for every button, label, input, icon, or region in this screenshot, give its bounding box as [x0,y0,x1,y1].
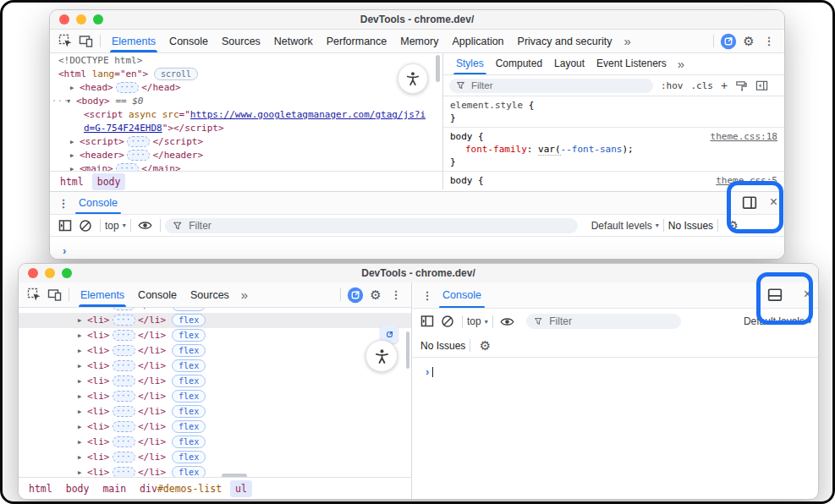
close-panel-icon[interactable]: × [804,288,811,301]
style-rule-body-5[interactable]: theme.css:5 body { [443,172,784,189]
inline-expand-button[interactable]: ··· [113,406,135,417]
accessibility-overlay-button[interactable] [365,340,398,372]
more-options-kebab-icon[interactable]: ⋮ [386,285,406,305]
toggle-sidebar-panel-icon[interactable] [755,79,768,92]
drawer-tab-console[interactable]: Console [74,192,123,214]
dom-node-li[interactable]: ▶<li>···</li>flex [19,343,411,359]
inspect-element-icon[interactable] [55,31,75,52]
issues-counter[interactable]: No Issues [420,340,465,352]
inspect-element-icon[interactable] [24,285,44,305]
tab-application[interactable]: Application [445,30,510,52]
breadcrumb-main[interactable]: main [97,480,131,497]
expand-arrow-icon[interactable]: ▶ [78,419,87,435]
flex-badge[interactable]: flex [172,344,206,357]
expand-arrow-icon[interactable]: ▶ [70,81,80,95]
dom-node-doctype[interactable]: <!DOCTYPE html> [50,54,442,68]
live-expression-eye-icon[interactable] [497,311,518,331]
dom-node-li[interactable]: ▶<li>···</li>flex [19,374,411,389]
dom-node-li[interactable]: ▶<li>···</li>flex [19,389,411,404]
flex-badge[interactable]: flex [172,359,206,372]
inline-expand-button[interactable]: ··· [127,136,150,147]
dom-node-html[interactable]: <html lang="en">scroll [50,68,442,81]
tab-event-listeners[interactable]: Event Listeners [591,52,673,74]
dom-node-li[interactable]: ▶<li>···</li>flex [19,435,411,450]
log-levels-selector[interactable]: Default levels▾ [591,220,659,232]
inline-expand-button[interactable]: ··· [113,391,135,402]
toggle-element-state-button[interactable]: :hov [661,80,684,91]
zoom-window-button[interactable] [93,14,103,25]
expand-arrow-icon[interactable]: ▶ [78,313,87,328]
inline-expand-button[interactable]: ··· [116,82,139,93]
console-prompt-row[interactable]: › [412,358,818,378]
flex-badge[interactable]: flex [172,420,206,433]
flex-badge[interactable]: flex [172,451,206,463]
flex-badge[interactable]: flex [172,466,206,477]
minimize-window-button[interactable] [45,268,55,278]
tab-performance[interactable]: Performance [320,30,394,52]
inline-expand-button[interactable]: ··· [113,360,135,371]
clear-console-icon[interactable] [437,311,458,331]
tab-network[interactable]: Network [267,30,320,52]
device-toolbar-icon[interactable] [44,285,64,305]
dom-node-script-gtag[interactable]: <script async src="https://www.googletag… [50,108,442,122]
pane-divider[interactable] [442,52,443,189]
inline-expand-button[interactable]: ··· [113,436,135,447]
gtag-url-link[interactable]: d=G-754F24EHD8 [84,123,162,134]
context-selector[interactable]: top▾ [105,220,126,232]
breadcrumb-div-demos-list[interactable]: div#demos-list [135,480,227,497]
inline-expand-button[interactable]: ··· [113,330,135,341]
settings-gear-icon[interactable]: ⚙ [365,285,386,305]
dom-node-header[interactable]: ▶<header>···</header> [50,149,442,162]
style-rule-body-18[interactable]: theme.css:18 body { font-family: var(--f… [443,128,784,172]
console-sidebar-icon[interactable] [55,216,75,236]
console-prompt-row[interactable]: › [50,237,784,258]
dom-node-li[interactable]: ▶<li>···</li>flex [19,313,411,328]
tab-sources[interactable]: Sources [215,30,267,52]
dom-node-li[interactable]: ▶<li>···</li>flex [19,359,411,374]
dom-tree-scrollbar[interactable] [406,331,409,369]
element-classes-button[interactable]: .cls [691,80,714,91]
inline-expand-button[interactable]: ··· [116,163,139,171]
live-expression-eye-icon[interactable] [135,216,156,236]
titlebar[interactable]: DevTools - chrome.dev/ [19,264,818,283]
inline-expand-button[interactable]: ··· [127,150,150,161]
tab-computed[interactable]: Computed [490,52,548,74]
flex-badge[interactable]: flex [172,390,206,403]
close-drawer-icon[interactable]: × [770,195,777,209]
console-filter-pill[interactable] [526,314,681,329]
node-actions-dots[interactable]: ··· [52,95,69,108]
stylesheet-link[interactable]: theme.css:18 [711,130,777,143]
dom-node-li[interactable]: ▶<li>···</li>flex [19,450,411,465]
flex-badge[interactable]: flex [172,436,206,448]
expand-arrow-icon[interactable]: ▶ [78,450,87,465]
dom-node-script[interactable]: ▶<script>···</script> [50,135,442,149]
flex-badge[interactable]: flex [172,308,206,311]
inline-expand-button[interactable]: ··· [113,421,135,432]
tab-memory[interactable]: Memory [393,30,445,52]
pane-divider[interactable] [411,282,412,499]
flex-badge[interactable]: flex [172,329,206,342]
breadcrumb-ul[interactable]: ul [230,480,252,497]
tab-sources[interactable]: Sources [184,282,236,307]
inline-expand-button[interactable]: ··· [113,308,135,310]
expand-arrow-icon[interactable]: ▶ [78,389,87,404]
console-settings-gear-icon[interactable]: ⚙ [722,216,743,236]
settings-gear-icon[interactable]: ⚙ [739,31,759,52]
dock-to-right-button[interactable] [742,195,757,211]
expand-arrow-icon[interactable]: ▶ [78,328,87,343]
dom-node-main[interactable]: ▶<main>···</main> [50,162,442,171]
minimize-window-button[interactable] [76,14,86,25]
breadcrumb-body[interactable]: body [61,480,95,497]
dom-tree-scrollbar[interactable] [436,55,440,82]
expand-arrow-icon[interactable]: ▶ [78,435,87,450]
dom-node-body[interactable]: ···▼<body> == $0 [50,95,442,108]
expand-arrow-icon[interactable]: ▶ [78,343,87,359]
gtag-url-link[interactable]: https://www.googletagmanager.com/gtag/js… [190,109,426,120]
more-tools-kebab-icon[interactable]: ⋮ [417,285,437,305]
tab-console[interactable]: Console [131,282,184,307]
expand-arrow-icon[interactable]: ▶ [78,374,87,389]
expand-arrow-icon[interactable]: ▶ [78,359,87,374]
inline-expand-button[interactable]: ··· [113,452,135,463]
accessibility-overlay-button[interactable] [398,63,428,94]
titlebar[interactable]: DevTools - chrome.dev/ [50,10,784,30]
